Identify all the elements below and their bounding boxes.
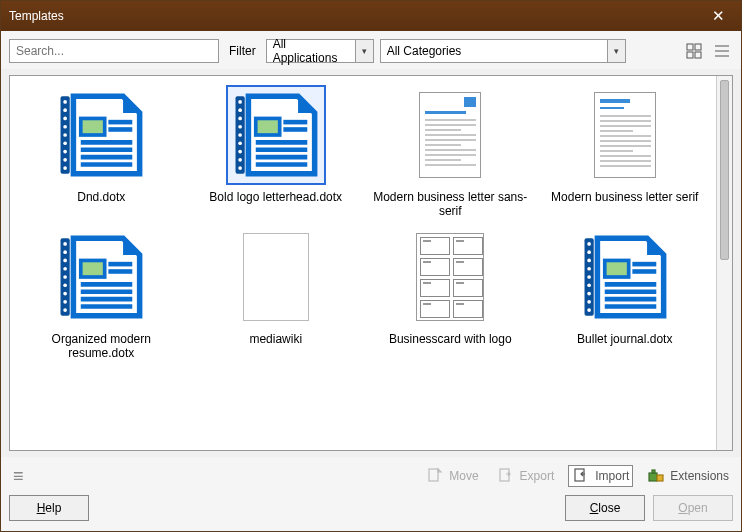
svg-point-26 xyxy=(238,108,242,112)
svg-point-8 xyxy=(64,100,68,104)
svg-point-44 xyxy=(64,259,68,263)
template-thumbnail xyxy=(401,228,499,326)
svg-rect-75 xyxy=(429,469,438,481)
svg-point-59 xyxy=(587,242,591,246)
svg-point-64 xyxy=(587,283,591,287)
template-label: Modern business letter serif xyxy=(551,190,698,204)
svg-point-30 xyxy=(238,141,242,145)
svg-point-63 xyxy=(587,275,591,279)
template-item[interactable]: Organized modern resume.dotx xyxy=(16,226,187,362)
help-button[interactable]: Help xyxy=(9,495,89,521)
footer: ≡ Move Export Import Extensions Help Clo… xyxy=(1,457,741,531)
template-thumbnail xyxy=(227,86,325,184)
title-bar: Templates ✕ xyxy=(1,1,741,31)
move-label: Move xyxy=(449,469,478,483)
menu-icon[interactable]: ≡ xyxy=(9,466,28,487)
svg-rect-2 xyxy=(687,52,693,58)
template-label: mediawiki xyxy=(249,332,302,346)
svg-point-67 xyxy=(587,308,591,312)
svg-point-14 xyxy=(64,150,68,154)
export-label: Export xyxy=(520,469,555,483)
svg-rect-51 xyxy=(81,260,105,277)
svg-point-65 xyxy=(587,292,591,296)
move-icon xyxy=(426,467,444,485)
svg-point-27 xyxy=(238,117,242,121)
filter-label: Filter xyxy=(225,44,260,58)
svg-point-16 xyxy=(64,166,68,170)
svg-point-13 xyxy=(64,141,68,145)
svg-rect-1 xyxy=(695,44,701,50)
export-button[interactable]: Export xyxy=(493,465,559,487)
svg-point-60 xyxy=(587,250,591,254)
template-item[interactable]: Bullet journal.dotx xyxy=(540,226,711,362)
category-filter-combobox[interactable]: All Categories ▾ xyxy=(380,39,626,63)
svg-rect-34 xyxy=(256,118,280,135)
svg-point-15 xyxy=(64,158,68,162)
export-icon xyxy=(497,467,515,485)
move-button[interactable]: Move xyxy=(422,465,482,487)
category-filter-value: All Categories xyxy=(381,44,607,58)
svg-rect-78 xyxy=(649,473,657,481)
import-icon xyxy=(572,467,590,485)
template-thumbnail xyxy=(52,86,150,184)
svg-point-10 xyxy=(64,117,68,121)
template-item[interactable]: Businesscard with logo xyxy=(365,226,536,362)
template-gallery: Dnd.dotxBold logo letterhead.dotxModern … xyxy=(9,75,733,451)
svg-point-9 xyxy=(64,108,68,112)
svg-rect-17 xyxy=(81,118,105,135)
close-icon[interactable]: ✕ xyxy=(703,7,733,25)
window-title: Templates xyxy=(9,9,703,23)
chevron-down-icon: ▾ xyxy=(607,40,625,62)
import-button[interactable]: Import xyxy=(568,465,633,487)
svg-rect-0 xyxy=(687,44,693,50)
svg-point-48 xyxy=(64,292,68,296)
extensions-icon xyxy=(647,467,665,485)
svg-point-43 xyxy=(64,250,68,254)
template-item[interactable]: Dnd.dotx xyxy=(16,84,187,220)
button-row: Help Close Open xyxy=(9,495,733,521)
svg-point-45 xyxy=(64,267,68,271)
command-row: ≡ Move Export Import Extensions xyxy=(9,461,733,495)
list-view-button[interactable] xyxy=(711,40,733,62)
svg-point-50 xyxy=(64,308,68,312)
svg-rect-80 xyxy=(657,475,663,481)
svg-point-46 xyxy=(64,275,68,279)
chevron-down-icon: ▾ xyxy=(355,40,373,62)
scrollbar-thumb[interactable] xyxy=(720,80,729,260)
app-filter-value: All Applications xyxy=(267,37,355,65)
template-item[interactable]: Bold logo letterhead.dotx xyxy=(191,84,362,220)
close-button[interactable]: Close xyxy=(565,495,645,521)
template-thumbnail xyxy=(576,86,674,184)
extensions-label: Extensions xyxy=(670,469,729,483)
template-label: Businesscard with logo xyxy=(389,332,512,346)
svg-point-31 xyxy=(238,150,242,154)
template-thumbnail xyxy=(576,228,674,326)
svg-point-42 xyxy=(64,242,68,246)
template-label: Bullet journal.dotx xyxy=(577,332,672,346)
svg-point-47 xyxy=(64,283,68,287)
grid-view-button[interactable] xyxy=(683,40,705,62)
template-item[interactable]: Modern business letter sans-serif xyxy=(365,84,536,220)
extensions-button[interactable]: Extensions xyxy=(643,465,733,487)
svg-point-33 xyxy=(238,166,242,170)
svg-point-49 xyxy=(64,300,68,304)
template-item[interactable]: mediawiki xyxy=(191,226,362,362)
svg-point-12 xyxy=(64,133,68,137)
svg-point-61 xyxy=(587,259,591,263)
template-item[interactable]: Modern business letter serif xyxy=(540,84,711,220)
template-label: Organized modern resume.dotx xyxy=(18,332,185,360)
app-filter-combobox[interactable]: All Applications ▾ xyxy=(266,39,374,63)
svg-rect-79 xyxy=(652,470,655,473)
svg-point-25 xyxy=(238,100,242,104)
svg-point-11 xyxy=(64,125,68,129)
open-button[interactable]: Open xyxy=(653,495,733,521)
template-label: Dnd.dotx xyxy=(77,190,125,204)
template-thumbnail xyxy=(227,228,325,326)
scrollbar[interactable] xyxy=(716,76,732,450)
svg-point-32 xyxy=(238,158,242,162)
search-input[interactable] xyxy=(9,39,219,63)
svg-rect-68 xyxy=(605,260,629,277)
template-label: Bold logo letterhead.dotx xyxy=(209,190,342,204)
template-label: Modern business letter sans-serif xyxy=(367,190,534,218)
toolbar: Filter All Applications ▾ All Categories… xyxy=(1,31,741,69)
